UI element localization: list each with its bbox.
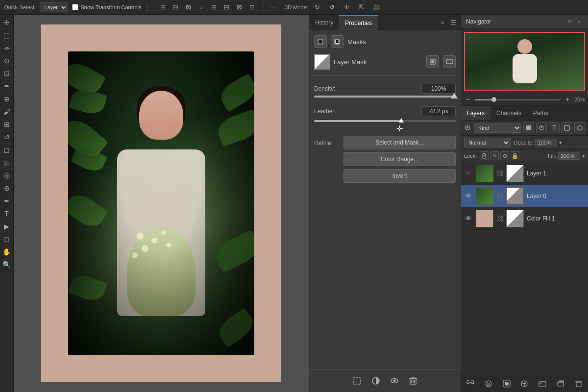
blur-tool[interactable]: ◎	[1, 170, 13, 181]
heal-tool[interactable]: ⊕	[1, 93, 13, 105]
distribute-v-icon[interactable]: ⊡	[247, 2, 258, 13]
type-tool[interactable]: T	[1, 208, 13, 220]
navigator-collapse-icon[interactable]: »	[575, 18, 583, 25]
layer-eye-0[interactable]: 👁	[464, 192, 473, 200]
gradient-tool[interactable]: ▦	[1, 157, 13, 169]
tab-history[interactable]: History	[309, 15, 339, 30]
woman-figure	[107, 91, 215, 326]
layers-shape-icon[interactable]	[562, 122, 572, 133]
opacity-value[interactable]: 100%	[535, 139, 557, 147]
align-center-v-icon[interactable]: ⊟	[171, 2, 181, 13]
align-middle-h-icon[interactable]: ⊞	[209, 2, 220, 13]
select-tool[interactable]: ⬚	[1, 29, 13, 41]
camera-icon[interactable]: 🎥	[371, 2, 382, 13]
path-select-tool[interactable]: ▶	[1, 220, 13, 232]
lasso-tool[interactable]: ⌯	[1, 42, 13, 54]
transform-controls-checkbox[interactable]	[72, 4, 78, 10]
lock-all-icon[interactable]: 🔒	[511, 151, 519, 160]
dodge-tool[interactable]: ⊛	[1, 182, 13, 194]
invert-button[interactable]: Invert	[343, 169, 456, 183]
layers-adjust-icon[interactable]	[536, 122, 547, 133]
svg-point-22	[541, 126, 542, 128]
add-adjustment-icon[interactable]	[519, 378, 530, 389]
delete-icon[interactable]	[407, 374, 419, 387]
layer-item-0[interactable]: 👁 ⛓ Layer 0	[461, 185, 588, 207]
density-value[interactable]: 100%	[421, 84, 456, 94]
align-bottom-icon[interactable]: ⊟	[221, 2, 232, 13]
more-options-icon[interactable]: ···	[270, 3, 277, 11]
color-range-button[interactable]: Color Range...	[343, 152, 456, 166]
layer-item-fill[interactable]: 👁 ⛓ Color Fill 1	[461, 207, 588, 230]
invert-mask-icon[interactable]	[369, 374, 382, 387]
delete-layer-icon[interactable]	[573, 378, 584, 389]
add-layer-icon[interactable]	[555, 378, 566, 389]
zoom-in-btn[interactable]: +	[564, 96, 571, 103]
align-right-icon[interactable]: ⊠	[183, 2, 194, 13]
3d-rotate-icon[interactable]: ↻	[312, 2, 323, 13]
lock-position-icon[interactable]: ✎	[490, 151, 499, 160]
vector-mask-btn[interactable]	[331, 35, 343, 48]
expand-icon[interactable]: »	[438, 18, 447, 27]
distribute-h-icon[interactable]: ⊠	[234, 2, 245, 13]
layer-mask-thumb-fill	[506, 210, 524, 227]
lock-pixels-icon[interactable]	[480, 151, 489, 160]
select-and-mask-button[interactable]: Select and Mask...	[343, 136, 456, 149]
layer-thumb-fill	[476, 210, 493, 227]
feather-slider[interactable]: ✛	[314, 120, 456, 122]
tool-label: Quick-Select:	[4, 4, 36, 10]
tool-select[interactable]: Layer	[40, 2, 68, 12]
opacity-dropdown-icon[interactable]: ▾	[559, 140, 562, 146]
mask-options-btn[interactable]	[443, 55, 456, 68]
align-left-icon[interactable]: ⊞	[158, 2, 169, 13]
zoom-out-btn[interactable]: −	[464, 96, 472, 103]
move-tool[interactable]: ✢	[1, 17, 13, 28]
quick-select-tool[interactable]: ⊙	[1, 55, 13, 67]
mask-apply-btn[interactable]	[426, 55, 439, 68]
layer-eye-fill[interactable]: 👁	[464, 214, 473, 223]
navigator-close-icon[interactable]: ✕	[565, 18, 573, 25]
layer-eye-1[interactable]: 👁	[464, 169, 473, 178]
history-brush-tool[interactable]: ↺	[1, 131, 13, 143]
zoom-slider[interactable]	[475, 99, 561, 100]
nav-image	[464, 32, 585, 91]
link-layers-icon[interactable]	[465, 378, 476, 389]
clone-tool[interactable]: ⊞	[1, 119, 13, 130]
tab-layers[interactable]: Layers	[461, 106, 490, 120]
head	[139, 91, 183, 140]
3d-pan-icon[interactable]: ↺	[327, 2, 338, 13]
fill-dropdown-icon[interactable]: ▾	[582, 153, 585, 159]
feather-value[interactable]: 78.2 px	[421, 106, 456, 116]
eraser-tool[interactable]: ◻	[1, 144, 13, 156]
lock-artboards-icon[interactable]: ⊕	[500, 151, 509, 160]
select-dotted-icon[interactable]	[351, 374, 364, 387]
tab-paths[interactable]: Paths	[527, 106, 554, 120]
zoom-tool[interactable]: 🔍	[1, 259, 13, 270]
brush-tool[interactable]: 🖌	[1, 106, 13, 118]
add-mask-icon[interactable]	[501, 378, 512, 389]
align-top-icon[interactable]: ≡	[196, 2, 207, 13]
layers-type-icon[interactable]: T	[549, 122, 560, 133]
menu-icon[interactable]: ☰	[449, 18, 458, 27]
left-sidebar: ✢ ⬚ ⌯ ⊙ ⊡ ✒ ⊕ 🖌 ⊞ ↺ ◻ ▦ ◎ ⊛ ✒ T ▶ □ ✋ 🔍	[0, 15, 14, 392]
pen-tool[interactable]: ✒	[1, 195, 13, 207]
3d-move-icon[interactable]: ✛	[342, 2, 352, 13]
kind-select[interactable]: Kind	[474, 123, 521, 133]
layers-pixel-icon[interactable]	[523, 122, 534, 133]
tab-properties[interactable]: Properties	[339, 15, 378, 30]
eyedropper-tool[interactable]: ✒	[1, 80, 13, 92]
layer-mask-thumbnail	[314, 54, 330, 70]
layer-item-1[interactable]: 👁 ⛓ Layer 1	[461, 162, 588, 185]
visibility-icon[interactable]	[388, 374, 401, 387]
density-slider[interactable]	[314, 96, 456, 98]
shape-tool[interactable]: □	[1, 233, 13, 245]
pixel-mask-btn[interactable]	[314, 35, 327, 48]
layers-smart-obj-icon[interactable]	[574, 122, 585, 133]
3d-scale-icon[interactable]: ⇱	[356, 2, 367, 13]
blend-mode-select[interactable]: Normal	[464, 138, 511, 147]
fill-value[interactable]: 100%	[558, 152, 580, 160]
hand-tool[interactable]: ✋	[1, 246, 13, 258]
add-group-icon[interactable]	[537, 378, 548, 389]
crop-tool[interactable]: ⊡	[1, 68, 13, 79]
add-style-icon[interactable]: fx	[483, 378, 494, 389]
tab-channels[interactable]: Channels	[490, 106, 527, 120]
